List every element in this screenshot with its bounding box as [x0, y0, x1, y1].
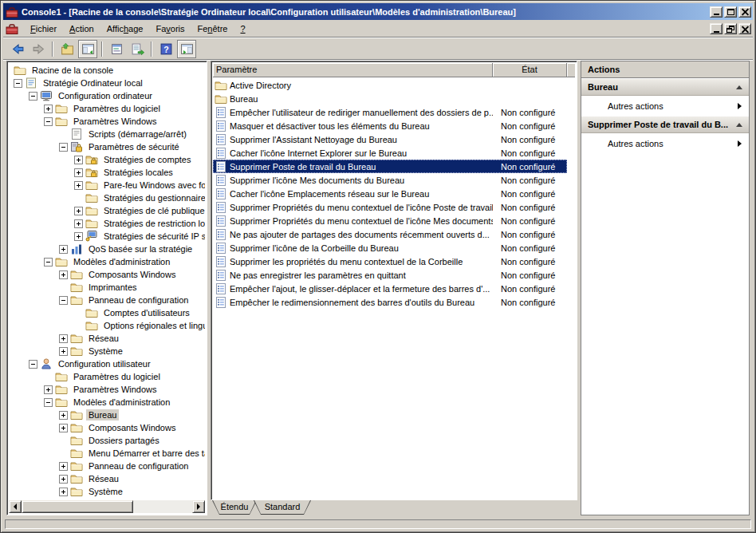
list-row[interactable]: Supprimer Propriétés du menu contextuel … — [213, 200, 567, 214]
back-button[interactable] — [8, 40, 27, 58]
list-row[interactable]: Ne pas ajouter de partages des documents… — [213, 227, 567, 241]
scroll-left-button[interactable] — [9, 500, 22, 513]
tree-item[interactable]: Panneau de configuration — [9, 460, 205, 472]
list-row[interactable]: Supprimer Propriétés du menu contextuel … — [213, 214, 567, 227]
tree-item[interactable]: Imprimantes — [9, 281, 205, 294]
tree-item[interactable]: QoS basée sur la stratégie — [9, 243, 205, 255]
tree-expander[interactable] — [59, 334, 68, 343]
maximize-button[interactable] — [724, 6, 737, 18]
column-header-parametre[interactable]: Paramètre — [213, 63, 493, 77]
tree-expander[interactable] — [74, 207, 83, 215]
tree-item[interactable]: Paramètres Windows — [9, 115, 205, 128]
tree-item[interactable]: Stratégies de restriction log — [9, 217, 205, 230]
menu-affichage[interactable]: Affichage — [100, 22, 150, 36]
collapse-section-icon[interactable] — [736, 85, 742, 89]
tree-item[interactable]: Pare-feu Windows avec fon — [9, 179, 205, 191]
menu-fichier[interactable]: Fichier — [24, 22, 63, 36]
tree-expander[interactable] — [74, 156, 83, 164]
close-button[interactable] — [738, 6, 751, 18]
tree-horizontal-scrollbar[interactable] — [9, 500, 205, 513]
list-row[interactable]: Cacher l'icône Emplacements réseau sur l… — [213, 187, 567, 200]
tree-expander[interactable] — [74, 181, 83, 190]
tree-item[interactable]: Scripts (démarrage/arrêt) — [9, 128, 205, 140]
list-row[interactable]: Ne pas enregistrer les paramètres en qui… — [213, 268, 567, 282]
list-row[interactable]: Supprimer les propriétés du menu context… — [213, 255, 567, 268]
menu-?[interactable]: ? — [234, 22, 251, 36]
mdi-close-button[interactable] — [738, 23, 751, 34]
tree-expander[interactable] — [59, 270, 68, 279]
tree-expander[interactable] — [59, 245, 68, 254]
list-row[interactable]: Empêcher l'utilisateur de rediriger manu… — [213, 105, 567, 119]
tab-standard[interactable]: Standard — [254, 500, 311, 515]
tree-item[interactable]: Système — [9, 345, 205, 357]
list-row[interactable]: Supprimer l'icône de la Corbeille du Bur… — [213, 241, 567, 255]
forward-button[interactable] — [29, 40, 48, 58]
tree-item[interactable]: Stratégies du gestionnaire d — [9, 191, 205, 204]
scrollbar-thumb[interactable] — [22, 500, 133, 513]
list-row[interactable]: Masquer et désactiver tous les éléments … — [213, 119, 567, 132]
tree-expander[interactable] — [29, 360, 37, 369]
tree-expander[interactable] — [59, 143, 68, 152]
tree-item[interactable]: Modèles d'administration — [9, 255, 205, 268]
tree-expander[interactable] — [74, 219, 83, 228]
tree-expander[interactable] — [44, 117, 53, 126]
tree-expander[interactable] — [59, 296, 68, 305]
tree-item[interactable]: Stratégies de comptes — [9, 153, 205, 166]
list-row[interactable]: Empêcher le redimensionnement des barres… — [213, 295, 567, 309]
tree-expander[interactable] — [59, 424, 68, 432]
menu-action[interactable]: Action — [63, 22, 100, 36]
tree-expander[interactable] — [59, 475, 68, 484]
mdi-restore-button[interactable] — [724, 23, 737, 34]
list-row[interactable]: Supprimer l'icône Mes documents du Burea… — [213, 173, 567, 187]
tree-item[interactable]: Paramètres Windows — [9, 383, 205, 396]
list-row[interactable]: Active Directory — [213, 78, 567, 92]
tree-item[interactable]: Panneau de configuration — [9, 294, 205, 306]
tree-item[interactable]: Composants Windows — [9, 268, 205, 281]
actions-section-bureau[interactable]: Bureau — [581, 78, 749, 96]
tree-item[interactable]: Stratégie Ordinateur local — [9, 77, 205, 89]
tree-expander[interactable] — [44, 398, 53, 407]
mmc-console-icon-small[interactable] — [6, 22, 18, 35]
tree-expander[interactable] — [59, 462, 68, 471]
tree-expander[interactable] — [14, 79, 22, 88]
tree-item[interactable]: Configuration utilisateur — [9, 357, 205, 370]
toggle-action-pane-button[interactable] — [177, 40, 196, 58]
tree-expander[interactable] — [29, 92, 37, 101]
tree-expander[interactable] — [59, 347, 68, 356]
list-row[interactable]: Supprimer l'Assistant Nettoyage du Burea… — [213, 132, 567, 146]
minimize-button[interactable] — [710, 6, 723, 18]
tree-item[interactable]: Système — [9, 485, 205, 498]
tree-item[interactable]: Modèles d'administration — [9, 396, 205, 409]
up-one-level-button[interactable] — [57, 40, 77, 58]
tree-item[interactable]: Composants Windows — [9, 421, 205, 434]
tree-item[interactable]: Réseau — [9, 472, 205, 485]
menu-fentre[interactable]: Fenêtre — [191, 22, 234, 36]
list-row[interactable]: Empêcher l'ajout, le glisser-déplacer et… — [213, 282, 567, 295]
tree-expander[interactable] — [74, 232, 83, 241]
tree-expander[interactable] — [59, 411, 68, 420]
tree-item[interactable]: Paramètres de sécurité — [9, 140, 205, 153]
tree-expander[interactable] — [74, 168, 83, 177]
tree-item[interactable]: Paramètres du logiciel — [9, 370, 205, 383]
help-button[interactable]: ? — [156, 40, 175, 58]
tree-expander[interactable] — [44, 258, 53, 266]
tree-item[interactable]: Options régionales et linguis — [9, 319, 205, 332]
list-row[interactable]: Supprimer Poste de travail du BureauNon … — [213, 160, 567, 173]
tab-etendu[interactable]: Étendu — [212, 500, 257, 515]
menu-favoris[interactable]: Favoris — [149, 22, 191, 36]
tree-item[interactable]: Comptes d'utilisateurs — [9, 306, 205, 319]
autres-actions-bureau[interactable]: Autres actions — [581, 96, 749, 116]
list-row[interactable]: Cacher l'icône Internet Explorer sur le … — [213, 146, 567, 160]
tree-expander[interactable] — [44, 385, 53, 394]
mdi-minimize-button[interactable] — [710, 23, 723, 34]
toggle-console-tree-button[interactable] — [78, 40, 97, 58]
tree-item[interactable]: Réseau — [9, 332, 205, 345]
tree-item[interactable]: Menu Démarrer et barre des tâc — [9, 447, 205, 460]
actions-section-supprimer-poste[interactable]: Supprimer Poste de travail du B... — [581, 116, 749, 133]
collapse-section-icon[interactable] — [736, 123, 742, 127]
tree-item[interactable]: Racine de la console — [9, 64, 205, 77]
list-row[interactable]: Bureau — [213, 92, 567, 105]
tree-expander[interactable] — [59, 488, 68, 496]
tree-item[interactable]: Dossiers partagés — [9, 434, 205, 447]
tree-item[interactable]: Stratégies de sécurité IP su — [9, 230, 205, 243]
